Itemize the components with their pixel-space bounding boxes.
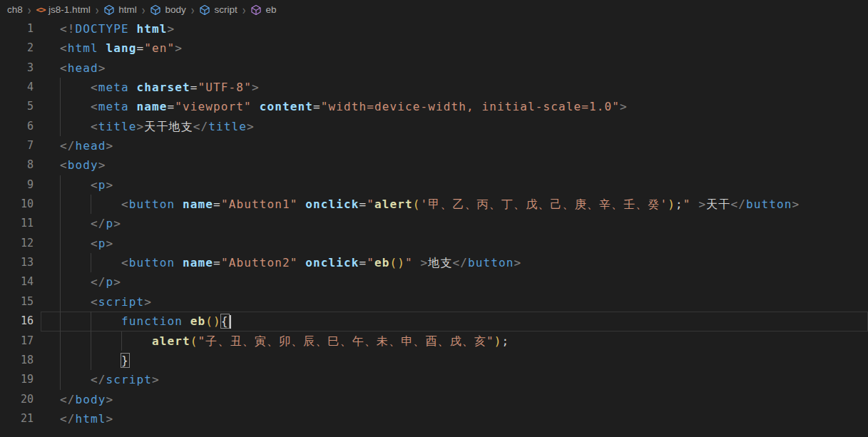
symbol-method-cube-icon xyxy=(250,4,262,16)
code-token: > xyxy=(106,412,114,426)
breadcrumb-item-script[interactable]: script xyxy=(199,4,237,16)
code-token xyxy=(175,197,183,211)
breadcrumb-label: script xyxy=(214,4,237,15)
code-line[interactable]: 10 <button name="Abutton1" onclick="aler… xyxy=(0,195,868,214)
code-token: <! xyxy=(60,22,76,36)
code-line[interactable]: 11 </p> xyxy=(0,214,868,233)
code-token: < xyxy=(91,100,98,113)
breadcrumb-item-folder[interactable]: ch8 xyxy=(7,4,23,15)
code-line[interactable]: 7</head> xyxy=(0,136,868,155)
code-token: { xyxy=(221,314,229,328)
breadcrumb-item-eb[interactable]: eb xyxy=(250,4,276,16)
code-line[interactable]: 8<body> xyxy=(0,155,868,175)
code-token xyxy=(297,197,305,211)
indent-guide xyxy=(60,195,61,214)
line-number: 2 xyxy=(0,38,34,58)
line-number: 9 xyxy=(0,175,34,195)
code-line[interactable]: 17 alert("子、丑、寅、卯、辰、巳、午、未、申、酉、戌、亥"); xyxy=(0,331,868,351)
editor[interactable]: 1<!DOCTYPE html>2<html lang="en">3<head>… xyxy=(0,19,868,428)
code-token: > xyxy=(106,178,114,192)
code-token: ) xyxy=(668,197,675,211)
code-line[interactable]: 20</body> xyxy=(0,390,868,409)
code-token: 天干地支 xyxy=(144,120,193,133)
code-text: <body> xyxy=(60,155,106,175)
code-line[interactable]: 19 </script> xyxy=(0,370,868,389)
code-text: <!DOCTYPE html> xyxy=(60,19,175,38)
code-token: > xyxy=(421,256,429,269)
line-number: 12 xyxy=(0,234,34,253)
code-token: button xyxy=(746,197,792,211)
code-token: '甲、乙、丙、丁、戊、己、庚、辛、壬、癸' xyxy=(421,197,668,211)
indent-guide xyxy=(60,117,61,136)
code-token: < xyxy=(91,237,98,250)
code-line[interactable]: 13 <button name="Abutton2" onclick="eb()… xyxy=(0,253,868,272)
breadcrumb-item-file[interactable]: <> js8-1.html xyxy=(36,4,90,15)
breadcrumb-label: html xyxy=(118,4,137,15)
code-token: html xyxy=(76,412,106,426)
code-token xyxy=(60,120,91,133)
code-token: < xyxy=(91,120,98,133)
code-token: > xyxy=(168,22,175,36)
code-line[interactable]: 4 <meta charset="UTF-8"> xyxy=(0,78,868,97)
code-token: ) xyxy=(494,334,502,348)
code-token: p xyxy=(98,237,106,250)
code-line[interactable]: 15 <script> xyxy=(0,292,868,312)
code-token: "viewport" xyxy=(175,100,252,113)
code-token: button xyxy=(129,197,175,211)
code-line[interactable]: 6 <title>天干地支</title> xyxy=(0,117,868,136)
code-token: > xyxy=(106,237,114,250)
code-token: } xyxy=(121,354,129,367)
indent-guide xyxy=(60,253,61,272)
indent-guide xyxy=(60,370,61,389)
code-token: meta xyxy=(98,100,129,113)
code-token xyxy=(129,100,137,113)
indent-guide xyxy=(60,234,61,253)
code-token: name xyxy=(137,100,168,113)
code-token: = xyxy=(168,100,175,113)
line-number: 20 xyxy=(0,390,34,409)
code-text: <button name="Abutton2" onclick="eb()" >… xyxy=(60,253,521,272)
breadcrumb-item-html[interactable]: html xyxy=(103,4,137,16)
line-number: 4 xyxy=(0,78,34,97)
line-number: 16 xyxy=(0,312,34,331)
code-line[interactable]: 9 <p> xyxy=(0,175,868,195)
code-text: <meta charset="UTF-8"> xyxy=(60,78,260,97)
code-line[interactable]: 16 function eb(){ xyxy=(0,312,868,331)
code-token: ( xyxy=(413,197,421,211)
breadcrumb-item-body[interactable]: body xyxy=(150,4,185,16)
code-line[interactable]: 1<!DOCTYPE html> xyxy=(0,19,868,38)
code-token: alert xyxy=(374,197,413,211)
code-text: </html> xyxy=(60,409,113,428)
code-line[interactable]: 5 <meta name="viewport" content="width=d… xyxy=(0,97,868,116)
code-line[interactable]: 2<html lang="en"> xyxy=(0,38,868,58)
code-token: </ xyxy=(60,393,76,406)
chevron-right-icon: › xyxy=(96,3,99,17)
breadcrumb-label: ch8 xyxy=(7,4,23,15)
code-line[interactable]: 3<head> xyxy=(0,58,868,78)
code-token: 天干 xyxy=(706,197,730,211)
code-line[interactable]: 18 } xyxy=(0,351,868,370)
code-line[interactable]: 21</html> xyxy=(0,409,868,428)
code-line[interactable]: 12 <p> xyxy=(0,234,868,253)
code-text: </script> xyxy=(60,370,160,389)
indent-guide xyxy=(60,272,61,292)
code-token: < xyxy=(60,61,68,75)
indent-guide xyxy=(91,331,91,351)
code-token: title xyxy=(98,120,137,133)
text-cursor xyxy=(230,315,231,329)
code-token: </ xyxy=(91,275,106,289)
code-token: "width=device-width, initial-scale=1.0" xyxy=(321,100,620,113)
code-token: </ xyxy=(60,139,76,153)
breadcrumb-label: body xyxy=(165,4,185,15)
code-line[interactable]: 14 </p> xyxy=(0,272,868,292)
code-token: > xyxy=(144,295,152,309)
indent-guide xyxy=(121,331,122,351)
indent-guide xyxy=(60,214,61,233)
code-token: html xyxy=(68,41,98,55)
code-text: function eb(){ xyxy=(60,312,231,331)
code-text: <p> xyxy=(60,175,113,195)
code-token: = xyxy=(137,41,145,55)
code-token: </ xyxy=(193,120,209,133)
code-token: < xyxy=(60,41,68,55)
code-token: > xyxy=(137,120,145,133)
